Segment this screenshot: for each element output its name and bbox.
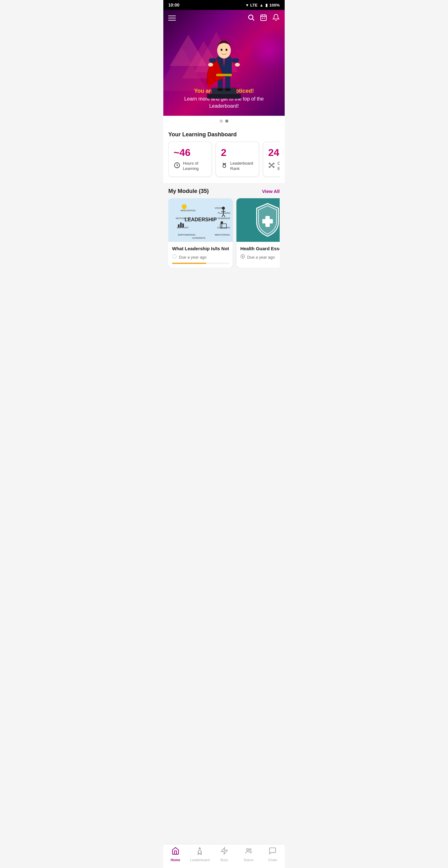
module-due-leadership: Due a year ago bbox=[172, 254, 229, 260]
stat-detail-hours: Hours ofLearning bbox=[173, 161, 206, 172]
page-spacer bbox=[163, 273, 285, 298]
medal-icon bbox=[221, 162, 228, 170]
svg-marker-70 bbox=[242, 256, 244, 257]
svg-rect-21 bbox=[209, 58, 216, 63]
svg-point-25 bbox=[217, 42, 231, 59]
svg-line-37 bbox=[270, 166, 271, 167]
svg-point-24 bbox=[235, 63, 240, 67]
svg-text:INNOVATION: INNOVATION bbox=[181, 209, 196, 212]
svg-point-63 bbox=[221, 221, 223, 224]
hero-navbar bbox=[163, 10, 285, 26]
dot-2[interactable] bbox=[225, 120, 228, 123]
dashboard-title: Your Learning Dashboard bbox=[168, 126, 280, 142]
module-img-leadership: LEADERSHIP INNOVATION VISION PLANNING MO… bbox=[168, 198, 233, 242]
svg-point-54 bbox=[222, 207, 225, 210]
svg-point-33 bbox=[269, 166, 270, 168]
menu-button[interactable] bbox=[168, 16, 176, 21]
svg-point-31 bbox=[269, 163, 270, 164]
view-all-button[interactable]: View All bbox=[262, 189, 280, 194]
status-indicators: ▾ LTE ▲ ▮ 100% bbox=[246, 3, 280, 7]
hero-action-icons bbox=[247, 14, 280, 23]
stat-card-courses: 24 CoursesEnrolled bbox=[263, 142, 280, 177]
svg-point-26 bbox=[221, 49, 222, 51]
module-img-health bbox=[236, 198, 280, 242]
svg-point-65 bbox=[173, 255, 177, 258]
svg-point-27 bbox=[226, 49, 227, 51]
svg-rect-60 bbox=[180, 222, 182, 227]
status-bar: 10:00 ▾ LTE ▲ ▮ 100% bbox=[163, 0, 285, 10]
svg-text:PLANNING: PLANNING bbox=[218, 212, 230, 214]
svg-point-16 bbox=[217, 88, 223, 91]
module-card-leadership[interactable]: LEADERSHIP INNOVATION VISION PLANNING MO… bbox=[168, 198, 233, 268]
module-section-title: My Module (35) bbox=[168, 188, 209, 194]
module-card-body-health: Health Guard Essentials Due a year ago bbox=[236, 242, 280, 264]
svg-text:COACHING: COACHING bbox=[217, 226, 230, 229]
dashboard-section: Your Learning Dashboard ~46 Hours ofLear… bbox=[163, 126, 285, 183]
stat-card-rank: 2 LeaderboardRank bbox=[216, 142, 259, 177]
battery-icon: ▮ bbox=[265, 3, 267, 7]
stat-card-hours: ~46 Hours ofLearning bbox=[168, 142, 212, 177]
svg-rect-10 bbox=[262, 18, 263, 19]
stat-detail-rank: LeaderboardRank bbox=[221, 161, 254, 172]
svg-line-38 bbox=[272, 166, 273, 167]
svg-text:MENTORING: MENTORING bbox=[215, 234, 230, 236]
module-cards-container: LEADERSHIP INNOVATION VISION PLANNING MO… bbox=[168, 198, 280, 268]
svg-rect-20 bbox=[216, 74, 232, 76]
dot-1[interactable] bbox=[220, 120, 223, 123]
due-circle-icon bbox=[172, 254, 177, 260]
svg-line-36 bbox=[272, 164, 273, 165]
svg-rect-15 bbox=[225, 75, 230, 89]
module-title-health: Health Guard Essentials bbox=[240, 246, 280, 252]
svg-text:EMPOWERING: EMPOWERING bbox=[178, 234, 195, 236]
progress-bar-leadership bbox=[172, 263, 229, 264]
progress-fill-leadership bbox=[172, 263, 206, 264]
svg-rect-22 bbox=[232, 58, 239, 63]
svg-text:TEAMWORK: TEAMWORK bbox=[217, 217, 230, 220]
svg-rect-11 bbox=[264, 18, 265, 19]
stat-detail-courses: CoursesEnrolled bbox=[268, 161, 280, 172]
svg-rect-68 bbox=[262, 219, 273, 223]
clock-icon bbox=[173, 162, 181, 170]
time-display: 10:00 bbox=[168, 2, 180, 7]
hero-banner: You are being noticed! Learn more and ge… bbox=[163, 10, 285, 116]
lte-label: LTE bbox=[250, 3, 258, 7]
module-title-leadership: What Leadership Is/Is Not bbox=[172, 246, 229, 252]
signal-icon: ▲ bbox=[259, 3, 263, 7]
svg-point-34 bbox=[273, 166, 275, 168]
svg-point-30 bbox=[271, 165, 272, 166]
stat-label-hours: Hours ofLearning bbox=[183, 161, 199, 172]
due-text-health: Due a year ago bbox=[247, 255, 275, 259]
module-section: My Module (35) View All LEADERSHIP INNOV… bbox=[163, 183, 285, 273]
svg-line-35 bbox=[270, 164, 271, 165]
calendar-button[interactable] bbox=[260, 14, 267, 23]
stat-cards-container: ~46 Hours ofLearning 2 bbox=[168, 142, 280, 178]
stat-value-hours: ~46 bbox=[173, 147, 206, 158]
svg-text:MOTIVATION: MOTIVATION bbox=[176, 217, 191, 220]
svg-rect-13 bbox=[207, 94, 241, 99]
network-icon bbox=[268, 162, 275, 170]
carousel-dots bbox=[163, 116, 285, 126]
svg-rect-6 bbox=[261, 15, 266, 21]
svg-rect-59 bbox=[178, 224, 180, 227]
battery-label: 100% bbox=[269, 3, 280, 7]
module-due-health: Due a year ago bbox=[240, 254, 280, 260]
notification-button[interactable] bbox=[272, 14, 280, 23]
svg-line-5 bbox=[253, 19, 255, 21]
search-button[interactable] bbox=[247, 14, 255, 23]
svg-rect-61 bbox=[182, 223, 184, 227]
svg-point-29 bbox=[223, 165, 226, 168]
module-card-body-leadership: What Leadership Is/Is Not Due a year ago bbox=[168, 242, 233, 268]
hero-illustration bbox=[163, 23, 285, 103]
stat-label-courses: CoursesEnrolled bbox=[278, 161, 280, 172]
stat-value-rank: 2 bbox=[221, 147, 254, 158]
svg-point-32 bbox=[273, 163, 275, 164]
svg-text:GUIDANCE: GUIDANCE bbox=[192, 237, 205, 239]
play-icon bbox=[240, 254, 245, 260]
svg-point-4 bbox=[249, 15, 253, 19]
wifi-icon: ▾ bbox=[246, 3, 248, 7]
due-text-leadership: Due a year ago bbox=[179, 255, 206, 259]
svg-point-23 bbox=[208, 63, 213, 67]
stat-label-rank: LeaderboardRank bbox=[230, 161, 253, 172]
module-card-health[interactable]: Health Guard Essentials Due a year ago bbox=[236, 198, 280, 268]
stat-value-courses: 24 bbox=[268, 147, 280, 158]
